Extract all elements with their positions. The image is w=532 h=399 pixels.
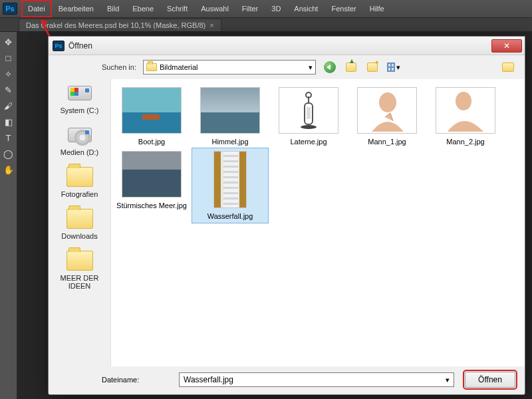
dialog-titlebar[interactable]: Ps Öffnen ✕ [49,37,525,55]
svg-point-2 [301,125,317,129]
dialog-bottom-row: Dateiname: ▾ Öffnen [49,366,525,388]
thumbnail-icon [122,87,182,134]
thumbnail-icon [279,87,338,134]
folder-icon [66,166,94,188]
close-button[interactable]: ✕ [491,39,522,53]
document-tabbar: Das Orakel des Meeres.psd bei 10,1% (Mas… [0,17,532,32]
view-menu-button[interactable]: ▾ [386,60,401,74]
folder-icon [66,207,94,230]
eyedropper-tool-icon[interactable]: ✎ [1,82,16,97]
filename-label: Dateiname: [102,376,168,384]
new-folder-icon [367,63,378,72]
tools-panel: ✥ □ ✧ ✎ 🖌 ◧ T ◯ ✋ [0,32,17,399]
thumbnail-icon [357,87,417,134]
place-label: Medien (D:) [49,148,110,156]
place-item[interactable]: Fotografien [49,166,110,198]
place-item[interactable]: Medien (D:) [49,124,110,156]
places-bar: System (C:)Medien (D:)FotografienDownloa… [49,79,111,366]
file-item[interactable]: Stürmisches Meer.jpg [114,148,190,223]
file-list[interactable]: Boot.jpgHimmel.jpgLaterne.jpgMann_1.jpgM… [111,79,525,366]
back-icon [324,61,336,73]
place-item[interactable]: Downloads [49,207,110,240]
file-label: Mann_2.jpg [430,138,501,146]
document-tab-label: Das Orakel des Meeres.psd bei 10,1% (Mas… [26,21,205,29]
menu-ansicht[interactable]: Ansicht [287,0,325,17]
chevron-down-icon[interactable]: ▾ [446,376,450,384]
svg-point-7 [379,92,396,112]
drive-icon [66,124,94,146]
menu-ebene[interactable]: Ebene [126,0,160,17]
file-item[interactable]: Boot.jpg [114,84,190,148]
chevron-down-icon: ▾ [309,63,313,72]
open-dialog: Ps Öffnen ✕ Suchen in: Bildmaterial ▾ ▾ … [48,36,525,395]
move-tool-icon[interactable]: ✥ [1,35,16,49]
up-folder-icon [346,63,356,72]
place-label: System (C:) [49,106,110,114]
file-item[interactable]: Mann_2.jpg [428,84,503,148]
svg-rect-4 [307,107,311,119]
thumbnail-icon [436,87,495,134]
file-label: Wasserfall.jpg [195,212,265,220]
marquee-tool-icon[interactable]: □ [1,51,16,65]
menu-datei[interactable]: Datei [21,0,52,17]
filename-dropdown[interactable]: ▾ [179,372,454,387]
menu-bearbeiten[interactable]: Bearbeiten [52,0,100,17]
look-in-dropdown[interactable]: Bildmaterial ▾ [143,60,316,74]
file-item[interactable]: Laterne.jpg [271,84,346,148]
menu-hilfe[interactable]: Hilfe [363,0,391,17]
menu-3d[interactable]: 3D [265,0,287,17]
menu-bild[interactable]: Bild [100,0,126,17]
up-one-level-button[interactable] [344,60,358,74]
new-folder-button[interactable] [365,60,380,74]
folder-icon [146,63,157,71]
open-button[interactable]: Öffnen [465,372,515,388]
brush-tool-icon[interactable]: 🖌 [1,98,16,113]
look-in-row: Suchen in: Bildmaterial ▾ ▾ [49,55,525,79]
document-tab[interactable]: Das Orakel des Meeres.psd bei 10,1% (Mas… [19,19,221,31]
menu-filter[interactable]: Filter [235,0,265,17]
file-label: Laterne.jpg [273,138,344,146]
look-in-value: Bildmaterial [160,63,198,71]
eraser-tool-icon[interactable]: ◧ [1,114,16,129]
svg-point-9 [456,92,471,110]
menu-schrift[interactable]: Schrift [160,0,194,17]
dialog-title: Öffnen [68,41,92,51]
ps-logo-icon: Ps [53,41,65,51]
file-label: Mann_1.jpg [352,138,422,146]
chevron-down-icon: ▾ [396,63,400,72]
hand-tool-icon[interactable]: ✋ [1,162,16,177]
ps-logo-icon: Ps [3,3,17,15]
place-label: MEER DER IDEEN [49,274,110,290]
folder-icon [502,63,514,72]
place-label: Downloads [49,232,110,240]
file-label: Stürmisches Meer.jpg [116,201,187,209]
wand-tool-icon[interactable]: ✧ [1,66,16,81]
menu-auswahl[interactable]: Auswahl [194,0,235,17]
file-item[interactable]: Wasserfall.jpg [192,148,268,223]
thumbnail-icon [213,151,247,208]
file-item[interactable]: Himmel.jpg [192,84,268,148]
thumbnail-icon [122,151,182,198]
close-icon[interactable]: × [209,21,213,29]
place-item[interactable]: MEER DER IDEEN [49,249,110,290]
file-label: Boot.jpg [116,138,187,146]
look-in-label: Suchen in: [102,63,136,71]
type-tool-icon[interactable]: T [1,130,16,145]
view-icon [387,63,395,72]
thumbnail-icon [200,87,260,134]
folder-icon [66,249,94,272]
back-button[interactable] [323,60,337,74]
shape-tool-icon[interactable]: ◯ [1,146,16,161]
filename-input[interactable] [184,375,446,384]
drive-icon [66,82,94,104]
app-menubar: Ps DateiBearbeitenBildEbeneSchriftAuswah… [0,0,532,17]
place-label: Fotografien [49,190,110,198]
file-item[interactable]: Mann_1.jpg [349,84,425,148]
place-item[interactable]: System (C:) [49,82,110,114]
menu-fenster[interactable]: Fenster [325,0,362,17]
file-label: Himmel.jpg [195,138,265,146]
extra-options-button[interactable] [501,60,515,74]
